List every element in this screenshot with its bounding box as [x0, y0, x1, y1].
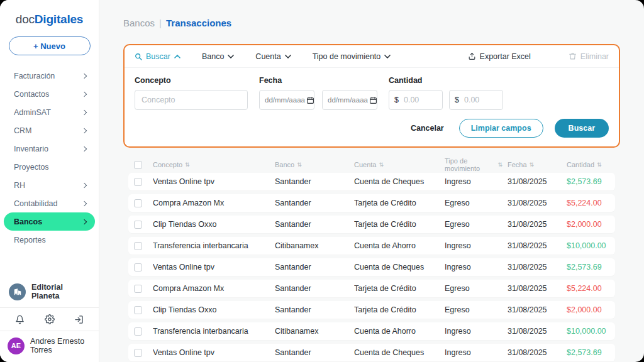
- col-cantidad[interactable]: Cantidad⇅: [567, 161, 609, 168]
- clear-fields-button[interactable]: Limpiar campos: [459, 119, 543, 138]
- sidebar-item-bancos[interactable]: Bancos: [4, 212, 95, 231]
- breadcrumb: Bancos|Transacciones: [123, 18, 620, 30]
- dropdown-cuenta[interactable]: Cuenta: [255, 52, 291, 61]
- row-checkbox[interactable]: [134, 178, 142, 186]
- row-checkbox[interactable]: [134, 285, 142, 293]
- row-checkbox[interactable]: [134, 263, 142, 272]
- col-cuenta[interactable]: Cuenta⇅: [354, 161, 440, 168]
- bell-icon[interactable]: [15, 315, 25, 324]
- col-banco[interactable]: Banco⇅: [275, 161, 349, 168]
- fecha-hasta-input[interactable]: dd/mm/aaaa: [322, 90, 377, 110]
- delete-button[interactable]: Eliminar: [569, 52, 609, 61]
- cell-cantidad: $2,573.69: [567, 177, 609, 186]
- cell-cuenta: Tarjeta de Crédito: [354, 305, 440, 314]
- chevron-up-icon: [174, 55, 180, 58]
- concepto-input[interactable]: [135, 90, 248, 110]
- fecha-label: Fecha: [259, 76, 377, 85]
- cell-banco: Santander: [275, 199, 349, 207]
- cell-concepto: Clip Tiendas Oxxo: [153, 220, 270, 229]
- table-row[interactable]: Clip Tiendas OxxoSantanderTarjeta de Cré…: [128, 301, 615, 319]
- cell-fecha: 31/08/2025: [508, 177, 562, 186]
- cell-fecha: 31/08/2025: [508, 305, 562, 314]
- table-row[interactable]: Compra Amazon MxSantanderTarjeta de Créd…: [128, 280, 615, 297]
- row-checkbox[interactable]: [134, 221, 142, 229]
- cell-tipo: Ingreso: [445, 327, 502, 336]
- col-label: Concepto: [153, 161, 182, 168]
- export-excel-button[interactable]: Exportar Excel: [468, 52, 531, 61]
- table-row[interactable]: Ventas Online tpvSantanderCuenta de Cheq…: [128, 344, 615, 361]
- row-checkbox[interactable]: [134, 242, 142, 250]
- cantidad-min-input[interactable]: [404, 96, 437, 104]
- chevron-right-icon: [82, 73, 87, 78]
- chevron-right-icon: [82, 91, 87, 96]
- filter-toolbar: Buscar Banco Cuenta: [125, 45, 619, 68]
- cell-cuenta: Cuenta de Cheques: [354, 177, 440, 186]
- select-all-checkbox[interactable]: [134, 161, 142, 169]
- cantidad-max-input[interactable]: [464, 96, 497, 104]
- company-row[interactable]: Editorial Planeta: [0, 277, 99, 307]
- dropdown-tipo-label: Tipo de movimiento: [313, 52, 381, 61]
- table-row[interactable]: Transferencia interbancariaCitibanamexCu…: [128, 237, 615, 255]
- chevron-right-icon: [82, 200, 87, 206]
- table-row[interactable]: Clip Tiendas OxxoSantanderTarjeta de Cré…: [128, 216, 615, 233]
- search-button[interactable]: Buscar: [555, 119, 609, 138]
- sidebar-item-adminsat[interactable]: AdminSAT: [4, 103, 95, 121]
- search-toggle[interactable]: Buscar: [135, 52, 180, 61]
- new-button[interactable]: + Nuevo: [9, 36, 91, 55]
- col-label: Fecha: [508, 161, 527, 168]
- dropdown-tipo-movimiento[interactable]: Tipo de movimiento: [313, 52, 391, 61]
- sidebar-item-proyectos[interactable]: Proyectos: [4, 158, 95, 176]
- sidebar-item-contactos[interactable]: Contactos: [4, 85, 95, 103]
- cell-cantidad: $10,000.00: [567, 241, 609, 250]
- dropdown-banco[interactable]: Banco: [202, 52, 234, 61]
- table-row[interactable]: Ventas Online tpvSantanderCuenta de Cheq…: [128, 258, 615, 276]
- col-concepto[interactable]: Concepto⇅: [153, 161, 270, 168]
- col-fecha[interactable]: Fecha⇅: [508, 161, 562, 168]
- currency-prefix: $: [394, 96, 399, 104]
- filter-actions: Cancelar Limpiar campos Buscar: [125, 110, 619, 146]
- calendar-icon[interactable]: [306, 96, 314, 104]
- col-tipo-movimiento[interactable]: Tipo de movimiento⇅: [445, 157, 502, 172]
- cell-tipo: Ingreso: [445, 241, 502, 250]
- cantidad-group: Cantidad $ $: [389, 76, 503, 110]
- sidebar-item-facturacion[interactable]: Facturación: [4, 67, 95, 85]
- logo-prefix: doc: [16, 13, 35, 26]
- cell-tipo: Egreso: [445, 220, 502, 229]
- user-row[interactable]: AE Andres Ernesto Torres: [0, 331, 99, 362]
- date-placeholder: dd/mm/aaaa: [328, 96, 368, 104]
- row-checkbox[interactable]: [134, 199, 142, 207]
- row-checkbox[interactable]: [134, 306, 142, 314]
- chevron-down-icon: [228, 55, 234, 58]
- fecha-group: Fecha dd/mm/aaaa dd/mm/aaaa: [259, 76, 377, 110]
- cell-cuenta: Tarjeta de Crédito: [354, 284, 440, 293]
- sidebar-item-label: Contactos: [14, 90, 49, 99]
- table-row[interactable]: Transferencia interbancariaCitibanamexCu…: [128, 322, 615, 340]
- cell-fecha: 31/08/2025: [508, 284, 562, 293]
- cell-cantidad: $5,224.00: [567, 284, 609, 293]
- company-name: Editorial Planeta: [31, 283, 90, 300]
- table-row[interactable]: Compra Amazon MxSantanderTarjeta de Créd…: [128, 194, 615, 212]
- cancel-button[interactable]: Cancelar: [411, 124, 444, 133]
- breadcrumb-parent[interactable]: Bancos: [123, 18, 155, 28]
- fecha-desde-input[interactable]: dd/mm/aaaa: [259, 90, 314, 110]
- gear-icon[interactable]: [45, 314, 55, 324]
- calendar-icon[interactable]: [369, 96, 377, 104]
- cell-cuenta: Tarjeta de Crédito: [354, 220, 440, 229]
- row-checkbox[interactable]: [134, 327, 142, 336]
- sidebar-item-inventario[interactable]: Inventario: [4, 140, 95, 158]
- chevron-right-icon: [82, 219, 87, 224]
- row-checkbox[interactable]: [134, 349, 142, 357]
- cell-concepto: Compra Amazon Mx: [153, 199, 270, 207]
- cell-cantidad: $5,224.00: [567, 199, 609, 207]
- sidebar-item-reportes[interactable]: Reportes: [4, 231, 95, 249]
- cell-cuenta: Tarjeta de Crédito: [354, 199, 440, 207]
- sidebar-bottom: Editorial Planeta: [0, 277, 99, 362]
- sidebar-item-contabilidad[interactable]: Contabilidad: [4, 194, 95, 212]
- cell-banco: Citibanamex: [275, 327, 349, 336]
- logout-icon[interactable]: [74, 315, 84, 324]
- cantidad-max-box: $: [449, 90, 503, 110]
- sidebar-item-crm[interactable]: CRM: [4, 121, 95, 140]
- delete-label: Eliminar: [580, 52, 609, 61]
- table-row[interactable]: Ventas Online tpvSantanderCuenta de Cheq…: [128, 173, 615, 190]
- sidebar-item-rh[interactable]: RH: [4, 176, 95, 194]
